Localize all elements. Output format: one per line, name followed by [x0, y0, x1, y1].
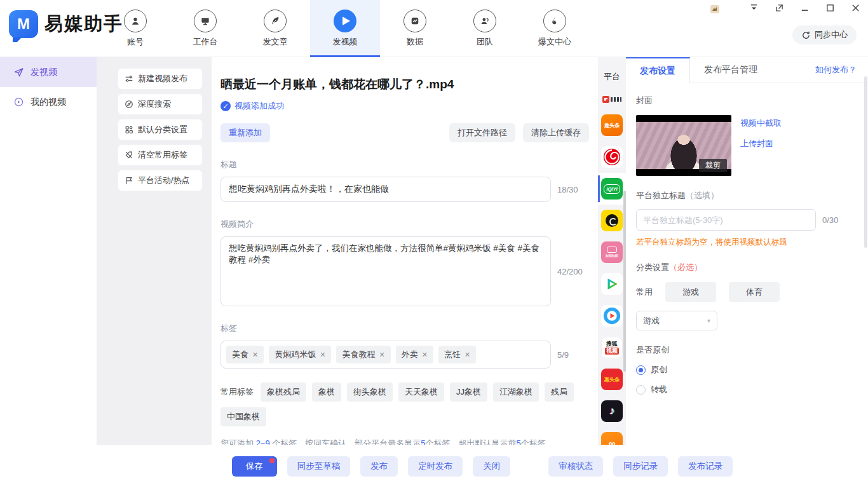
publish-record-button[interactable]: 发布记录 [678, 456, 733, 477]
save-label: 保存 [246, 461, 263, 471]
screenshot-icon[interactable] [774, 3, 784, 13]
nav-label: 工作台 [193, 36, 218, 48]
common-tag-button[interactable]: 象棋残局 [261, 383, 306, 402]
remove-tag-icon[interactable]: ✕ [422, 351, 428, 359]
panel-scrollbar[interactable] [864, 76, 867, 248]
hint-text: 个标签，超出默认显示前 [426, 438, 517, 445]
category-select[interactable]: 游戏 ▾ [636, 311, 717, 330]
platform-item-bilibili[interactable]: bilibili [598, 236, 626, 268]
nav-item-team[interactable]: 团队 [450, 0, 520, 57]
description-textarea[interactable]: 想吃黄焖鸡别再点外卖了，我们在家也能做，方法很简单#黄焖鸡米饭 #美食 #美食教… [220, 236, 551, 306]
publish-button[interactable]: 发布 [360, 456, 398, 477]
common-tag-button[interactable]: JJ象棋 [450, 383, 487, 402]
hint-text: 个标签，按回车确认。部分平台最多显示 [270, 438, 421, 445]
remove-tag-icon[interactable]: ✕ [465, 351, 470, 359]
common-tag-button[interactable]: 象棋 [312, 383, 341, 402]
paper-plane-icon [13, 67, 24, 78]
platform-item-haokan-video[interactable] [598, 300, 626, 332]
title-field-label: 标题 [220, 159, 589, 170]
title-input[interactable] [220, 177, 551, 202]
tab-platform-management[interactable]: 发布平台管理 [690, 57, 771, 83]
remove-tag-icon[interactable]: ✕ [379, 351, 384, 359]
save-button[interactable]: 保存 [232, 456, 277, 477]
platform-icon-text: 趣头条 [604, 122, 620, 129]
platform-item-phoenix[interactable] [598, 141, 626, 173]
hint-number: 2~9 [256, 438, 270, 445]
remove-tag-icon[interactable]: ✕ [320, 351, 325, 359]
tag-chip: 美食✕ [226, 346, 264, 363]
radio-original[interactable]: 原创 [636, 364, 858, 376]
sync-record-button[interactable]: 同步记录 [613, 456, 668, 477]
default-category-settings-button[interactable]: 默认分类设置 [118, 119, 202, 140]
platform-item-tencent-video[interactable] [598, 268, 626, 300]
video-form-card: 晒最近一个月账单，钱都花在哪儿了？.mp4 ✓ 视频添加成功 重新添加 打开文件… [212, 57, 598, 445]
independent-title-input[interactable] [636, 209, 816, 231]
nav-item-publish-video[interactable]: 发视频 [310, 0, 380, 57]
tray-plugin-icon[interactable] [710, 5, 719, 13]
nav-label: 数据 [407, 36, 423, 48]
sidebar-item-my-videos[interactable]: 我的视频 [0, 87, 97, 117]
common-tag-button[interactable]: 江湖象棋 [493, 383, 539, 402]
cover-thumbnail[interactable]: 裁剪 [636, 115, 731, 176]
bilibili-icon: bilibili [601, 241, 623, 263]
title-counter: 18/30 [557, 185, 578, 194]
upload-cover-link[interactable]: 上传封面 [740, 138, 782, 149]
feather-pen-icon [264, 10, 287, 32]
re-add-button[interactable]: 重新添加 [220, 123, 270, 142]
close-icon[interactable] [850, 3, 860, 13]
cover-label: 封面 [636, 95, 858, 106]
remove-tag-icon[interactable]: ✕ [252, 351, 258, 359]
nav-item-data[interactable]: 数据 [380, 0, 450, 57]
tags-hint: 您可添加 2~9 个标签，按回车确认。部分平台最多显示5个标签，超出默认显示前5… [220, 438, 589, 445]
nav-label: 团队 [477, 36, 493, 48]
platform-item-iqiyi[interactable]: iQIYI [598, 173, 626, 205]
radio-repost[interactable]: 转载 [636, 384, 858, 395]
nav-item-workbench[interactable]: 工作台 [170, 0, 240, 57]
hint-number: 5 [517, 438, 521, 445]
common-tag-button[interactable]: 残局 [545, 383, 574, 402]
clear-upload-cache-button[interactable]: 清除上传缓存 [523, 123, 589, 142]
quick-action-label: 新建视频发布 [138, 73, 187, 85]
audit-status-button[interactable]: 审核状态 [548, 456, 603, 477]
category-option-sports[interactable]: 体育 [729, 282, 780, 302]
nav-label: 发视频 [333, 36, 358, 48]
how-to-publish-link[interactable]: 如何发布？ [815, 64, 857, 76]
common-tag-button[interactable]: 天天象棋 [398, 383, 444, 402]
capture-from-video-link[interactable]: 视频中截取 [740, 118, 782, 129]
tags-input[interactable]: 美食✕ 黄焖鸡米饭✕ 美食教程✕ 外卖✕ 烹饪✕ [220, 341, 551, 369]
new-video-publish-button[interactable]: 新建视频发布 [118, 69, 202, 89]
sync-to-draft-button[interactable]: 同步至草稿 [287, 456, 351, 477]
platform-activities-button[interactable]: 平台活动/热点 [118, 170, 202, 191]
platform-item-sohu-video[interactable]: 搜狐 视频 [598, 332, 626, 363]
nav-item-hot-center[interactable]: 爆文中心 [520, 0, 590, 57]
tag-off-icon [125, 151, 133, 159]
workbench-icon [194, 10, 217, 32]
tab-publish-settings[interactable]: 发布设置 [626, 57, 690, 83]
open-file-path-button[interactable]: 打开文件路径 [449, 123, 515, 142]
minimize-icon[interactable] [799, 3, 810, 13]
nav-label: 账号 [127, 36, 144, 48]
collapse-to-tray-icon[interactable] [749, 3, 759, 13]
sync-center-button[interactable]: 同步中心 [792, 25, 857, 44]
platform-item-mini-logo[interactable] [598, 89, 626, 109]
maximize-icon[interactable] [825, 3, 835, 13]
platform-list: 趣头条 iQIYI bilibili [598, 89, 626, 459]
platform-icon-text: bilibili [606, 254, 618, 258]
nav-item-account[interactable]: 账号 [100, 0, 170, 57]
common-tag-button[interactable]: 中国象棋 [220, 407, 266, 426]
sidebar-item-publish-video[interactable]: 发视频 [0, 57, 97, 87]
platform-item-huitoutiao[interactable]: 惠头条 [598, 363, 626, 395]
deep-search-button[interactable]: 深度搜索 [118, 94, 202, 114]
nav-item-publish-article[interactable]: 发文章 [240, 0, 310, 57]
platform-item-qutoutiao[interactable]: 趣头条 [598, 109, 626, 141]
common-tag-button[interactable]: 街头象棋 [347, 383, 393, 402]
tag-chip: 黄焖鸡米饭✕ [269, 346, 331, 363]
close-button[interactable]: 关闭 [473, 456, 510, 477]
crop-badge[interactable]: 裁剪 [699, 159, 727, 172]
schedule-publish-button[interactable]: 定时发布 [408, 456, 463, 477]
clear-common-tags-button[interactable]: 清空常用标签 [118, 145, 202, 165]
category-option-game[interactable]: 游戏 [665, 282, 716, 302]
platform-item-camera-app[interactable] [598, 205, 626, 236]
platform-item-douyin[interactable]: ♪ [598, 395, 626, 427]
hint-number: 5 [421, 438, 425, 445]
